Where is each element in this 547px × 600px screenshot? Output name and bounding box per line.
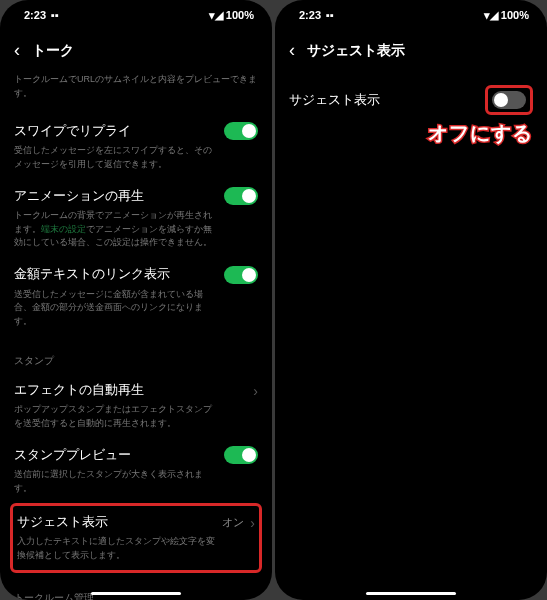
status-notif-icon: ▪▪ <box>51 9 59 21</box>
status-bar: 2:23 ▪▪ ▾◢ 100% <box>275 0 547 30</box>
content-left: トークルームでURLのサムネイルと内容をプレビューできます。 スワイプでリプライ… <box>0 73 272 600</box>
wifi-icon: ▾◢ <box>484 9 498 22</box>
item-title: サジェスト表示 <box>17 514 108 531</box>
wifi-icon: ▾◢ <box>209 9 223 22</box>
item-desc: 送信前に選択したスタンプが大きく表示されます。 <box>14 468 258 495</box>
phone-right: 2:23 ▪▪ ▾◢ 100% ‹ サジェスト表示 サジェスト表示 オフにする <box>275 0 547 600</box>
chevron-right-icon: › <box>253 383 258 399</box>
highlight-toggle <box>485 85 533 115</box>
setting-amount-link[interactable]: 金額テキストのリンク表示 送受信したメッセージに金額が含まれている場合、金額の部… <box>14 258 258 337</box>
item-desc: ポップアップスタンプまたはエフェクトスタンプを送受信すると自動的に再生されます。 <box>14 403 258 430</box>
device-settings-link[interactable]: 端末の設定 <box>41 224 86 234</box>
item-value: オン <box>222 515 244 530</box>
setting-suggest[interactable]: サジェスト表示 オン › 入力したテキストに適したスタンプや絵文字を変換候補とし… <box>17 514 255 562</box>
item-desc: トークルームの背景でアニメーションが再生されます。端末の設定でアニメーションを減… <box>14 209 258 250</box>
phone-left: 2:23 ▪▪ ▾◢ 100% ‹ トーク トークルームでURLのサムネイルと内… <box>0 0 272 600</box>
item-title: 金額テキストのリンク表示 <box>14 266 170 283</box>
home-indicator[interactable] <box>366 592 456 595</box>
content-right: サジェスト表示 <box>275 73 547 600</box>
top-description: トークルームでURLのサムネイルと内容をプレビューできます。 <box>14 73 258 100</box>
section-room: トークルーム管理 <box>14 573 258 600</box>
setting-stamp-preview[interactable]: スタンププレビュー 送信前に選択したスタンプが大きく表示されます。 <box>14 438 258 503</box>
battery-text: 100% <box>501 9 529 21</box>
setting-swipe-reply[interactable]: スワイプでリプライ 受信したメッセージを左にスワイプすると、そのメッセージを引用… <box>14 114 258 179</box>
toggle-suggest[interactable] <box>492 91 526 109</box>
item-title: スワイプでリプライ <box>14 123 131 140</box>
toggle-stamp-preview[interactable] <box>224 446 258 464</box>
item-title: サジェスト表示 <box>289 92 380 109</box>
chevron-right-icon: › <box>250 515 255 531</box>
status-notif-icon: ▪▪ <box>326 9 334 21</box>
status-bar: 2:23 ▪▪ ▾◢ 100% <box>0 0 272 30</box>
item-title: アニメーションの再生 <box>14 188 144 205</box>
section-stamp: スタンプ <box>14 336 258 374</box>
item-title: エフェクトの自動再生 <box>14 382 144 399</box>
battery-text: 100% <box>226 9 254 21</box>
toggle-swipe-reply[interactable] <box>224 122 258 140</box>
highlight-suggest: サジェスト表示 オン › 入力したテキストに適したスタンプや絵文字を変換候補とし… <box>10 503 262 573</box>
annotation-off: オフにする <box>428 120 533 147</box>
back-icon[interactable]: ‹ <box>289 40 295 61</box>
header: ‹ サジェスト表示 <box>275 30 547 73</box>
home-indicator[interactable] <box>91 592 181 595</box>
item-desc: 受信したメッセージを左にスワイプすると、そのメッセージを引用して返信できます。 <box>14 144 258 171</box>
toggle-animation[interactable] <box>224 187 258 205</box>
item-desc: 送受信したメッセージに金額が含まれている場合、金額の部分が送金画面へのリンクにな… <box>14 288 258 329</box>
status-time: 2:23 <box>299 9 321 21</box>
setting-animation[interactable]: アニメーションの再生 トークルームの背景でアニメーションが再生されます。端末の設… <box>14 179 258 258</box>
page-title: トーク <box>32 42 74 60</box>
toggle-amount-link[interactable] <box>224 266 258 284</box>
setting-suggest-toggle[interactable]: サジェスト表示 <box>289 77 533 123</box>
header: ‹ トーク <box>0 30 272 73</box>
page-title: サジェスト表示 <box>307 42 405 60</box>
item-title: スタンププレビュー <box>14 447 131 464</box>
status-time: 2:23 <box>24 9 46 21</box>
back-icon[interactable]: ‹ <box>14 40 20 61</box>
item-desc: 入力したテキストに適したスタンプや絵文字を変換候補として表示します。 <box>17 535 255 562</box>
setting-effect-auto[interactable]: エフェクトの自動再生 › ポップアップスタンプまたはエフェクトスタンプを送受信す… <box>14 374 258 438</box>
